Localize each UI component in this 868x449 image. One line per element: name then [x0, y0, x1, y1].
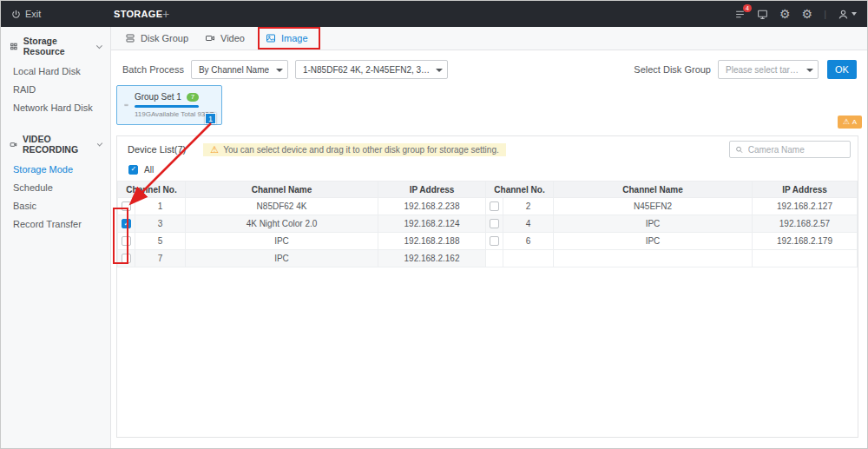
warning-icon: ⚠	[843, 117, 850, 127]
tab-label: Image	[281, 33, 308, 43]
device-row[interactable]: 5 IPC 192.168.2.188 6 IPC 192.168.2.179	[118, 233, 858, 250]
device-list-title: Device List(7)	[128, 144, 186, 155]
add-tab-button[interactable]: +	[162, 1, 169, 27]
chevron-down-icon	[806, 69, 813, 72]
batch-toolbar: Batch Process By Channel Name 1-N85DF62 …	[122, 59, 857, 80]
cell-empty	[503, 250, 554, 267]
cell-channel-name: IPC	[554, 233, 753, 250]
cell-empty	[753, 250, 858, 267]
device-table: Channel No. Channel Name IP Address Chan…	[117, 181, 858, 267]
tab-disk-group[interactable]: Disk Group	[125, 27, 188, 50]
cell-channel-name: IPC	[186, 233, 378, 250]
chevron-down-icon	[852, 12, 857, 16]
cell-channel-no: 3	[135, 215, 186, 233]
drag-count-badge: 1	[205, 113, 216, 124]
device-row[interactable]: 7 IPC 192.168.2.162	[118, 250, 858, 267]
search-icon	[735, 145, 744, 155]
group-name: Group Set 1	[135, 92, 181, 102]
cell-ip: 192.168.2.124	[378, 215, 486, 233]
sidebar-item-record-transfer[interactable]: Record Transfer	[1, 215, 110, 234]
sidebar-item-raid[interactable]: RAID	[1, 81, 110, 99]
sidebar-item-storage-mode[interactable]: Storage Mode	[1, 161, 110, 179]
nvr-storage-window: Exit STORAGE + 4 ⚙ ⚙ | Storage Resource	[0, 0, 868, 449]
row-checkbox[interactable]	[490, 236, 499, 246]
backup-icon[interactable]	[757, 9, 768, 20]
select-all-row: All	[117, 162, 858, 176]
cell-channel-no: 6	[503, 233, 554, 250]
chevron-down-icon	[436, 69, 443, 72]
col-channel-no: Channel No.	[486, 182, 554, 198]
cell-ip: 192.168.2.162	[378, 250, 486, 267]
tab-image[interactable]: Image	[266, 27, 308, 50]
settings-gear-icon[interactable]: ⚙	[802, 8, 813, 20]
video-icon	[205, 33, 215, 43]
alarm-status-widget[interactable]: ⚠ A	[838, 116, 862, 129]
cell-ip: 192.168.2.127	[753, 198, 858, 215]
row-checkbox[interactable]	[122, 254, 131, 263]
task-list-icon[interactable]: 4	[734, 9, 746, 20]
disk-group-icon	[125, 33, 135, 43]
sidebar: Storage Resource Local Hard Disk RAID Ne…	[1, 27, 111, 449]
select-disk-group-label: Select Disk Group	[634, 64, 711, 75]
col-channel-name: Channel Name	[554, 182, 753, 198]
select-all-label: All	[144, 165, 154, 175]
capacity-text: 119GAvailable Total 930G	[135, 110, 214, 118]
camera-search-input[interactable]	[748, 145, 845, 155]
cell-channel-name: N45EFN2	[554, 198, 753, 215]
device-row[interactable]: 3 4K Night Color 2.0 192.168.2.124 4 IPC…	[118, 215, 858, 233]
cell-channel-no: 7	[135, 250, 186, 267]
sidebar-item-schedule[interactable]: Schedule	[1, 179, 110, 197]
device-table-header-row: Channel No. Channel Name IP Address Chan…	[118, 182, 858, 198]
notification-badge: 4	[743, 4, 752, 12]
row-checkbox[interactable]	[122, 201, 131, 211]
sidebar-section-video-recording[interactable]: VIDEO RECORDING	[1, 125, 110, 161]
topbar-divider: |	[824, 9, 826, 19]
channel-select[interactable]: 1-N85DF62 4K, 2-N45EFN2, 3-4K Night Co..…	[295, 60, 448, 79]
device-list-panel: Device List(7) ⚠ You can select device a…	[116, 135, 858, 438]
sidebar-item-basic[interactable]: Basic	[1, 197, 110, 215]
topbar-icon-group: 4 ⚙ ⚙ |	[734, 1, 857, 27]
video-recording-icon	[10, 140, 17, 149]
col-ip-address: IP Address	[753, 182, 858, 198]
chevron-down-icon	[96, 43, 102, 49]
col-ip-address: IP Address	[378, 182, 486, 198]
tab-label: Disk Group	[141, 33, 188, 43]
section-label: Storage Resource	[23, 36, 93, 56]
hard-disk-icon	[124, 96, 128, 115]
row-checkbox[interactable]	[490, 201, 499, 211]
cell-channel-no: 4	[503, 215, 554, 233]
warning-icon: ⚠	[210, 145, 219, 155]
storage-resource-icon	[10, 42, 18, 51]
cell-ip: 192.168.2.188	[378, 233, 486, 250]
select-all-checkbox[interactable]	[128, 165, 138, 175]
row-checkbox[interactable]	[490, 219, 499, 228]
user-menu[interactable]	[838, 9, 857, 20]
drag-hint: ⚠ You can select device and drag it to o…	[203, 143, 505, 156]
cell-empty	[486, 250, 503, 267]
content-tab-bar: Disk Group Video Image	[111, 27, 867, 50]
exit-button[interactable]: Exit	[11, 1, 41, 27]
ok-button[interactable]: OK	[827, 60, 857, 79]
row-checkbox[interactable]	[122, 219, 131, 228]
sidebar-item-network-hard-disk[interactable]: Network Hard Disk	[1, 99, 110, 117]
camera-search-box[interactable]	[729, 141, 851, 158]
sidebar-section-storage-resource[interactable]: Storage Resource	[1, 27, 110, 63]
channel-count-badge: 7	[187, 93, 199, 102]
row-checkbox[interactable]	[122, 236, 131, 246]
tab-label: Video	[220, 33, 245, 43]
user-icon	[838, 9, 849, 20]
chevron-down-icon	[97, 141, 103, 147]
batch-mode-select[interactable]: By Channel Name	[191, 60, 288, 79]
maintain-gear-icon[interactable]: ⚙	[779, 8, 791, 20]
batch-process-label: Batch Process	[122, 64, 184, 75]
storage-window-tab[interactable]: STORAGE	[114, 1, 162, 27]
group-card-body: Group Set 1 7 119GAvailable Total 930G	[135, 92, 214, 118]
cell-channel-no: 2	[503, 198, 554, 215]
power-icon	[11, 10, 21, 19]
device-row[interactable]: 1 N85DF62 4K 192.168.2.238 2 N45EFN2 192…	[118, 198, 858, 215]
cell-channel-name: 4K Night Color 2.0	[186, 215, 378, 233]
sidebar-item-local-hard-disk[interactable]: Local Hard Disk	[1, 63, 110, 81]
target-disk-group-select[interactable]: Please select target disk ...	[718, 60, 819, 79]
tab-video[interactable]: Video	[205, 27, 245, 50]
exit-label: Exit	[25, 9, 41, 19]
